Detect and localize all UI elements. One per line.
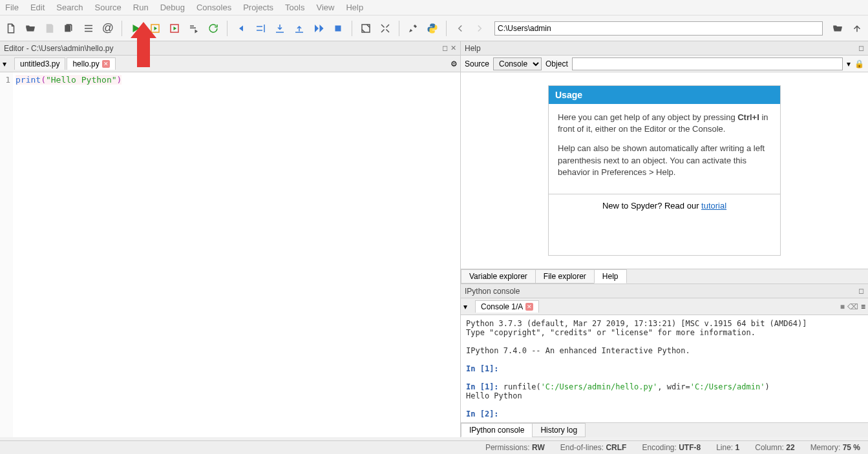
status-value: CRLF [606,443,626,452]
menu-file[interactable]: File [5,3,19,12]
tab-history[interactable]: History log [532,423,586,437]
status-label: Encoding: [642,443,676,452]
tab-options-icon[interactable]: ⚙ [450,59,458,68]
lock-icon[interactable]: 🔒 [854,59,864,68]
status-value: 1 [736,443,740,452]
fullscreen-icon[interactable] [378,21,392,36]
ipython-pane: IPython console ◻ ▾ Console 1/A✕ ■ ⌫ ≡ P… [461,284,868,437]
status-label: Column: [755,443,784,452]
open-file-icon[interactable] [23,21,37,36]
usage-text: Help can also be shown automatically aft… [558,143,771,178]
browse-dir-icon[interactable] [831,21,845,36]
right-lower-tabs: IPython console History log [461,422,868,437]
status-value: RW [532,443,545,452]
menu-debug[interactable]: Debug [160,3,185,12]
source-select[interactable]: Console [493,57,542,70]
list-icon[interactable] [81,21,96,36]
run-cell-advance-icon[interactable] [167,21,182,36]
maximize-icon[interactable] [359,21,373,36]
debug-stop-icon[interactable] [331,21,345,36]
usage-box: Usage Here you can get help of any objec… [548,85,781,256]
tab-label: untitled3.py [20,59,59,68]
tutorial-link[interactable]: tutorial [701,201,726,211]
debug-step-icon[interactable] [234,21,248,36]
forward-icon[interactable] [472,21,487,36]
tab-help[interactable]: Help [594,269,627,284]
object-label: Object [545,59,568,68]
close-tab-icon[interactable]: ✕ [525,303,533,311]
debug-continue-icon[interactable] [312,21,326,36]
status-value: UTF-8 [679,443,701,452]
parent-dir-icon[interactable] [850,21,864,36]
help-titlebar: Help ◻ [461,41,868,56]
stop-console-icon[interactable]: ■ [840,302,845,311]
tab-ipython[interactable]: IPython console [461,423,533,437]
help-pane: Help ◻ Source Console Object ▾ 🔒 Usage H… [461,41,868,284]
menu-projects[interactable]: Projects [243,3,273,12]
close-pane-icon[interactable]: ✕ [450,44,456,52]
at-icon[interactable]: @ [101,21,115,36]
statusbar: Permissions: RW End-of-lines: CRLF Encod… [0,440,868,454]
menu-consoles[interactable]: Consoles [196,3,231,12]
debug-out-icon[interactable] [292,21,306,36]
menu-search[interactable]: Search [56,3,83,12]
ipython-titlebar: IPython console ◻ [461,284,868,298]
browse-tabs-icon[interactable]: ▾ [3,59,13,68]
code-editor[interactable]: 1 print("Hello Python") [0,72,460,437]
undock-icon[interactable]: ◻ [442,44,448,52]
usage-footer: New to Spyder? Read our tutorial [549,194,780,217]
pythonpath-icon[interactable] [425,21,439,36]
run-icon[interactable] [129,21,143,36]
undock-icon[interactable]: ◻ [858,287,864,295]
menubar: File Edit Search Source Run Debug Consol… [0,0,868,15]
code-token: "Hello Python" [46,75,117,85]
status-label: Line: [716,443,733,452]
right-upper-tabs: Variable explorer File explorer Help [461,269,868,284]
working-dir-input[interactable] [494,21,823,36]
debug-next-icon[interactable] [253,21,268,36]
tab-untitled3[interactable]: untitled3.py [14,57,65,70]
run-cell-icon[interactable] [148,21,162,36]
status-label: End-of-lines: [560,443,604,452]
status-label: Permissions: [485,443,530,452]
save-all-icon[interactable] [62,21,76,36]
new-file-icon[interactable] [4,21,18,36]
console-output[interactable]: Python 3.7.3 (default, Mar 27 2019, 17:1… [461,315,868,422]
editor-title: Editor - C:\Users\admin\hello.py [4,44,113,53]
dropdown-icon[interactable]: ▾ [847,59,851,68]
source-label: Source [465,59,489,68]
menu-source[interactable]: Source [95,3,122,12]
rerun-icon[interactable] [206,21,220,36]
tab-variable-explorer[interactable]: Variable explorer [461,269,536,284]
clear-console-icon[interactable]: ⌫ [847,302,858,311]
tab-label: Console 1/A [481,302,523,311]
console-options-icon[interactable]: ≡ [861,302,865,311]
object-input[interactable] [572,57,843,70]
status-label: Memory: [810,443,841,452]
tab-hello[interactable]: hello.py✕ [67,57,115,70]
menu-run[interactable]: Run [133,3,149,12]
status-value: 75 % [843,443,860,452]
browse-consoles-icon[interactable]: ▾ [463,302,474,311]
line-gutter: 1 [0,72,13,437]
menu-tools[interactable]: Tools [285,3,304,12]
status-value: 22 [786,443,794,452]
preferences-icon[interactable] [406,21,420,36]
menu-help[interactable]: Help [346,3,363,12]
tab-console-1a[interactable]: Console 1/A✕ [475,300,539,313]
tab-label: hello.py [72,59,99,68]
tab-file-explorer[interactable]: File explorer [535,269,595,284]
usage-heading: Usage [549,86,780,104]
ipython-title: IPython console [465,287,520,296]
back-icon[interactable] [453,21,467,36]
close-tab-icon[interactable]: ✕ [102,60,110,68]
save-icon[interactable] [43,21,57,36]
debug-into-icon[interactable] [273,21,287,36]
undock-icon[interactable]: ◻ [858,44,864,52]
menu-edit[interactable]: Edit [30,3,45,12]
svg-rect-2 [335,25,341,31]
editor-pane: Editor - C:\Users\admin\hello.py ◻ ✕ ▾ u… [0,41,461,437]
code-token: print [16,75,41,85]
run-selection-icon[interactable] [187,21,201,36]
menu-view[interactable]: View [316,3,334,12]
